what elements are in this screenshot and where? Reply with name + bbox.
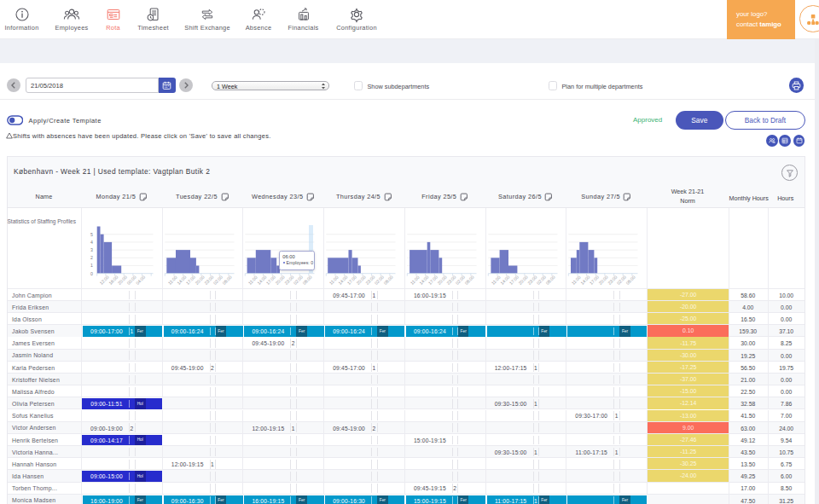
svg-text:23:00: 23:00 xyxy=(203,274,214,285)
svg-text:17:00: 17:00 xyxy=(185,274,196,285)
svg-text:14:00: 14:00 xyxy=(257,274,268,285)
svg-text:02:00: 02:00 xyxy=(374,274,385,285)
svg-text:20:00: 20:00 xyxy=(356,274,367,285)
svg-text:1: 1 xyxy=(90,263,93,268)
svg-text:02:00: 02:00 xyxy=(616,274,627,285)
svg-text:14:00: 14:00 xyxy=(579,274,590,285)
svg-text:14:00: 14:00 xyxy=(176,274,187,285)
svg-text:20:00: 20:00 xyxy=(275,274,286,285)
svg-text:05:00: 05:00 xyxy=(544,274,555,285)
svg-text:02:00: 02:00 xyxy=(455,274,466,285)
svg-text:17:00: 17:00 xyxy=(265,274,276,285)
svg-text:11:00: 11:00 xyxy=(247,274,258,285)
svg-text:17:00: 17:00 xyxy=(589,274,600,285)
svg-text:4: 4 xyxy=(90,239,93,244)
svg-text:0: 0 xyxy=(90,270,93,275)
svg-text:16:00: 16:00 xyxy=(107,274,119,285)
svg-text:23:00: 23:00 xyxy=(526,274,537,285)
svg-text:11:00: 11:00 xyxy=(166,274,177,285)
svg-text:20:00: 20:00 xyxy=(194,274,205,285)
svg-text:00:00: 00:00 xyxy=(125,274,136,285)
svg-text:23:00: 23:00 xyxy=(445,274,456,285)
svg-text:17:00: 17:00 xyxy=(346,274,357,285)
svg-text:17:00: 17:00 xyxy=(427,274,439,285)
svg-text:23:00: 23:00 xyxy=(284,274,295,285)
svg-text:11:00: 11:00 xyxy=(571,274,582,285)
svg-text:05:00: 05:00 xyxy=(383,274,394,285)
svg-text:12:00: 12:00 xyxy=(98,274,109,285)
svg-text:05:00: 05:00 xyxy=(302,274,313,285)
svg-text:05:00: 05:00 xyxy=(625,274,636,285)
svg-text:20:00: 20:00 xyxy=(598,274,609,285)
svg-text:17:00: 17:00 xyxy=(508,274,519,285)
svg-text:14:00: 14:00 xyxy=(418,274,429,285)
svg-text:5: 5 xyxy=(90,231,93,236)
svg-text:05:00: 05:00 xyxy=(463,274,474,285)
svg-text:3: 3 xyxy=(90,247,93,252)
svg-text:05:00: 05:00 xyxy=(221,274,232,285)
svg-text:11:00: 11:00 xyxy=(328,274,340,285)
svg-text:20:00: 20:00 xyxy=(436,274,447,285)
svg-text:02:00: 02:00 xyxy=(293,274,304,285)
svg-text:20:00: 20:00 xyxy=(117,274,128,285)
svg-text:02:00: 02:00 xyxy=(535,274,546,285)
svg-text:02:00: 02:00 xyxy=(212,274,223,285)
svg-text:2: 2 xyxy=(90,255,93,260)
svg-text:23:00: 23:00 xyxy=(607,274,618,285)
svg-text:14:00: 14:00 xyxy=(337,274,348,285)
svg-text:14:00: 14:00 xyxy=(499,274,510,285)
svg-text:11:00: 11:00 xyxy=(410,274,421,285)
svg-text:11:00: 11:00 xyxy=(490,274,501,285)
svg-text:20:00: 20:00 xyxy=(517,274,528,285)
svg-text:04:00: 04:00 xyxy=(135,274,146,285)
svg-text:23:00: 23:00 xyxy=(364,274,375,285)
